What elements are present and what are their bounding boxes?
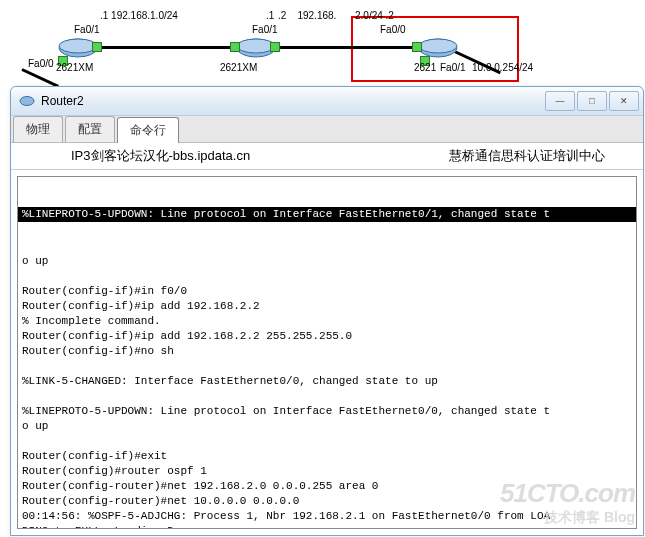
- topo-fa00-left: Fa0/0: [28, 58, 54, 69]
- close-button[interactable]: ✕: [609, 91, 639, 111]
- router-3-icon[interactable]: [418, 38, 458, 58]
- console-output: o up Router(config-if)#in f0/0 Router(co…: [22, 254, 632, 529]
- link-r2-r3[interactable]: [268, 46, 428, 49]
- port-dot: [412, 42, 422, 52]
- cli-console[interactable]: %LINEPROTO-5-UPDOWN: Line protocol on In…: [17, 176, 637, 529]
- topo-net2: .2 192.168.: [278, 10, 336, 21]
- port-dot: [230, 42, 240, 52]
- console-top-cutline: %LINEPROTO-5-UPDOWN: Line protocol on In…: [18, 207, 636, 222]
- info-right: 慧桥通信思科认证培训中心: [449, 147, 605, 165]
- link-r1-r2[interactable]: [88, 46, 238, 49]
- topo-fa01-right: Fa0/1: [440, 62, 466, 73]
- topology-canvas[interactable]: .1 192.168.1.0/24 .1 .2 192.168. 2.0/24 …: [0, 20, 645, 85]
- port-dot: [270, 42, 280, 52]
- svg-point-6: [20, 97, 34, 106]
- link-left[interactable]: [21, 68, 59, 88]
- router-1-label: 2621XM: [56, 62, 93, 73]
- minimize-button[interactable]: —: [545, 91, 575, 111]
- tab-strip: 物理 配置 命令行: [11, 116, 643, 143]
- maximize-button[interactable]: □: [577, 91, 607, 111]
- tab-config[interactable]: 配置: [65, 116, 115, 142]
- app-icon: [19, 93, 35, 109]
- topo-fa00-b: Fa0/0: [380, 24, 406, 35]
- router-config-window: Router2 — □ ✕ 物理 配置 命令行 IP3剑客论坛汉化-bbs.ip…: [10, 86, 644, 536]
- window-title: Router2: [41, 94, 543, 108]
- topo-net1: .1 192.168.1.0/24: [100, 10, 178, 21]
- topo-net3: 2.0/24 .2: [355, 10, 394, 21]
- info-left: IP3剑客论坛汉化-bbs.ipdata.cn: [71, 147, 250, 165]
- port-dot: [92, 42, 102, 52]
- svg-point-5: [419, 39, 457, 53]
- topo-fa01-a: Fa0/1: [74, 24, 100, 35]
- tab-physical[interactable]: 物理: [13, 116, 63, 142]
- router-2-label: 2621XM: [220, 62, 257, 73]
- router-3-label: 2621: [414, 62, 436, 73]
- tab-cli[interactable]: 命令行: [117, 117, 179, 143]
- topo-hostright: 10.0.0.254/24: [472, 62, 533, 73]
- info-bar: IP3剑客论坛汉化-bbs.ipdata.cn 慧桥通信思科认证培训中心: [11, 143, 643, 170]
- titlebar[interactable]: Router2 — □ ✕: [11, 87, 643, 116]
- topo-fa01-b: Fa0/1: [252, 24, 278, 35]
- topo-dot1: .1: [266, 10, 274, 21]
